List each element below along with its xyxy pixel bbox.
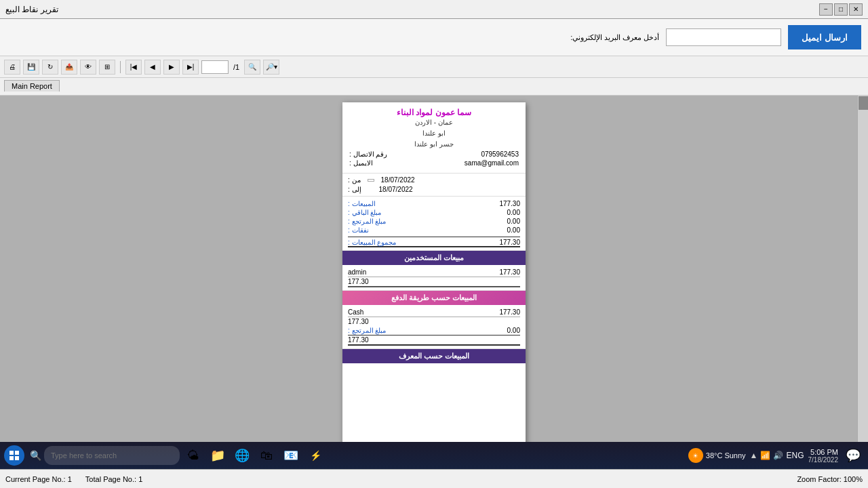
total-page-label: Total Page No.: 1 [85,475,142,483]
to-label: إلى : [348,186,361,193]
last-page-button[interactable]: ▶| [182,60,199,75]
return-label: مبلغ المرتجع : [348,327,386,334]
total-sales-row: 177.30 مجموع المبيعات : [348,237,520,247]
from-date: 18/07/2022 [381,176,415,184]
return-value: 0.00 [507,327,520,334]
refresh-button[interactable]: ↻ [42,60,58,75]
status-left: Current Page No.: 1 Total Page No.: 1 [5,475,142,483]
taskbar-right: ☀ 38°C Sunny ▲ 📶 🔊 ENG 5:06 PM 7/18/2022… [688,445,864,466]
user-row: 177.30 admin [348,268,520,277]
svg-rect-1 [15,451,19,455]
network-icon[interactable]: 📶 [760,451,770,460]
contact-label: رقم الاتصال : [349,150,387,158]
taskbar-store-icon[interactable]: 🛍 [256,445,277,466]
taskbar-app-icon[interactable]: ⚡ [304,445,326,466]
weather-info: ☀ 38°C Sunny [688,448,746,463]
notification-icon[interactable]: 💬 [842,445,864,466]
taskbar-weather-icon[interactable]: 🌤 [182,445,204,466]
expenses-row: 0.00 نفقات : [348,226,520,235]
title-bar: تقرير نقاط البيع − □ ✕ [0,0,868,19]
next-page-button[interactable]: ▶ [163,60,180,75]
report-paper: سما عمون لمواد البناء عمان - الاردن ابو … [342,102,526,462]
address-line3: جسر ابو علندا [345,139,523,150]
arrow-up-icon[interactable]: ▲ [750,451,758,460]
tab-main-report[interactable]: Main Report [4,80,60,92]
email-value: sama@gmail.com [465,159,519,167]
expenses-value: 0.00 [486,226,520,234]
expenses-label: نفقات : [348,226,369,234]
view-button[interactable]: 👁 [80,60,96,75]
cash-label: Cash [348,308,363,316]
sales-row: 177.30 المبيعات : [348,199,520,208]
svg-rect-2 [9,456,14,460]
svg-rect-3 [15,456,19,460]
first-page-button[interactable]: |◀ [125,60,142,75]
scrollbar[interactable] [857,96,868,469]
date-section: 18/07/2022 من : 18/07/2022 إلى : [342,174,526,197]
user-section: 177.30 admin 177.30 [342,265,526,291]
close-button[interactable]: ✕ [849,3,863,16]
email-input[interactable] [666,28,781,46]
taskbar-file-manager-icon[interactable]: 📁 [207,445,229,466]
scrollbar-thumb[interactable] [859,96,868,110]
prev-page-button[interactable]: ◀ [144,60,161,75]
total-sales-label: مجموع المبيعات : [348,239,396,246]
cash-return-value: 0.00 [486,209,520,216]
print-button[interactable]: 🖨 [4,60,20,75]
payment-section: 177.30 Cash 177.30 0.00 مبلغ المرتجع : 1… [342,305,526,349]
cash-row: 177.30 Cash [348,308,520,317]
payment-total-value: 177.30 [348,336,369,344]
cash-value: 177.30 [499,308,520,316]
clock-time: 5:06 PM [808,448,839,456]
contact-row: 0795962453 رقم الاتصال : [345,150,523,159]
tab-bar: Main Report [0,78,868,96]
start-button[interactable] [4,445,24,466]
taskbar-search-icon: 🔍 [30,450,41,461]
summary-section: 177.30 المبيعات : 0.00 مبلغ الباقي : 0.0… [342,197,526,251]
taskbar-mail-icon[interactable]: 📧 [280,445,302,466]
window-controls: − □ ✕ [819,3,863,16]
weather-text: 38°C Sunny [706,451,746,460]
payment-grand-total: 177.30 [348,335,520,346]
contact-value: 0795962453 [481,150,519,158]
save-button[interactable]: 💾 [23,60,39,75]
email-row: sama@gmail.com الايميل : [345,159,523,167]
payment-return-row: 0.00 مبلغ المرتجع : [348,326,520,335]
cash-return-label: مبلغ الباقي : [348,209,381,216]
user-subtotal-value: 177.30 [348,278,369,285]
from-date-box [368,179,374,182]
window-title: تقرير نقاط البيع [5,5,58,14]
minimize-button[interactable]: − [819,3,833,16]
email-section: ارسال ايميل أدخل معرف البريد الإلكتروني: [0,19,868,56]
taskbar: 🔍 🌤 📁 🌐 🛍 📧 ⚡ ☀ 38°C Sunny ▲ 📶 🔊 ENG 5:0… [0,442,868,469]
taskbar-browser-icon[interactable]: 🌐 [231,445,253,466]
sales-value: 177.30 [486,200,520,207]
cash-subtotal-value: 177.30 [348,318,369,325]
total-sales-value: 177.30 [486,239,520,246]
payment-section-header: المبيعات حسب طريقة الدفع [342,291,526,305]
zoom-button[interactable]: 🔎▾ [263,60,279,75]
address-line2: ابو علندا [345,128,523,139]
report-header: سما عمون لمواد البناء عمان - الاردن ابو … [342,102,526,174]
sales-label: المبيعات : [348,200,376,207]
to-date-row: 18/07/2022 إلى : [348,186,520,193]
email-label: أدخل معرف البريد الإلكتروني: [570,33,659,42]
send-email-button[interactable]: ارسال ايميل [788,25,861,49]
taskbar-clock: 5:06 PM 7/18/2022 [808,448,839,464]
taskbar-search-input[interactable] [44,446,180,465]
from-date-row: 18/07/2022 من : [348,176,520,184]
zoom-label: Zoom Factor: 100% [797,475,863,483]
export-button[interactable]: 📤 [61,60,77,75]
layout-button[interactable]: ⊞ [99,60,115,75]
user-section-header: مبيعات المستخدمين [342,251,526,265]
cash-return-row: 0.00 مبلغ الباقي : [348,208,520,217]
refund-value: 0.00 [486,218,520,225]
page-number-input[interactable]: 1 [201,60,229,74]
find-button[interactable]: 🔍 [244,60,260,75]
clock-date: 7/18/2022 [808,456,839,464]
volume-icon[interactable]: 🔊 [773,451,783,460]
email-contact-label: الايميل : [349,159,373,167]
address-line1: عمان - الاردن [345,117,523,128]
maximize-button[interactable]: □ [834,3,848,16]
lang-label[interactable]: ENG [786,451,804,460]
